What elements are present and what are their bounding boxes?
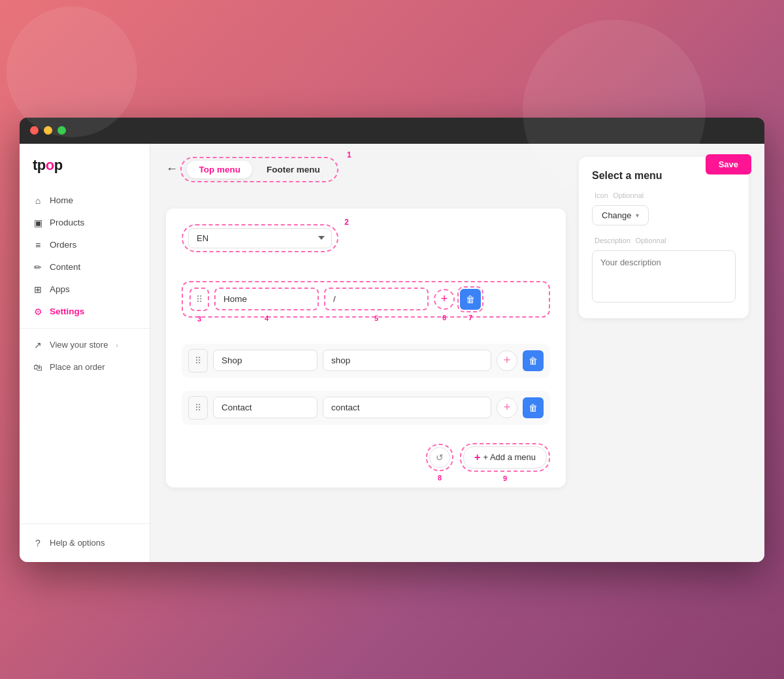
annotation-6: 6 [442, 314, 446, 322]
menu-label-input-shop[interactable] [213, 350, 318, 371]
logo-text: tpop [33, 157, 63, 174]
description-textarea[interactable] [592, 250, 736, 303]
sidebar-item-view-store-label: View your store [50, 340, 108, 350]
language-select[interactable]: EN FR DE ES [188, 228, 332, 248]
right-panel: Select a menu Icon Optionnal Change ▾ De… [579, 157, 749, 549]
app-window: tpop ⌂ Home ▣ Products ≡ Orders ✏ Conten… [20, 118, 764, 562]
sidebar-item-home[interactable]: ⌂ Home [20, 190, 150, 212]
lang-badge: 2 [344, 218, 349, 227]
reset-button[interactable]: ↺ [429, 447, 450, 468]
logo: tpop [20, 144, 150, 184]
sidebar-item-place-order-label: Place an order [50, 362, 105, 372]
annotation-5: 5 [374, 314, 378, 322]
sidebar-item-content-label: Content [50, 262, 80, 272]
apps-icon: ⊞ [33, 284, 43, 295]
tab-top-menu[interactable]: Top menu [187, 161, 252, 178]
sidebar-item-help-label: Help & options [50, 538, 105, 548]
minimize-button[interactable] [44, 126, 52, 135]
bag-icon: 🛍 [33, 362, 43, 373]
menu-rows: ⠿ 3 4 5 [182, 281, 550, 430]
annotation-7: 7 [468, 314, 472, 322]
menu-url-input-shop[interactable] [323, 350, 491, 371]
content-icon: ✏ [33, 262, 43, 273]
reset-badge: 8 [438, 474, 442, 482]
sidebar-item-orders-label: Orders [50, 240, 76, 250]
tabs-wrapper: Top menu Footer menu [180, 157, 338, 182]
menu-row-contact: ⠿ + 🗑 [182, 391, 550, 425]
sidebar: tpop ⌂ Home ▣ Products ≡ Orders ✏ Conten… [20, 144, 150, 562]
sidebar-item-home-label: Home [50, 195, 73, 205]
change-button[interactable]: Change ▾ [592, 205, 649, 225]
description-label: Description Optionnal [592, 236, 736, 245]
main-inner: ← Top menu Footer menu 1 [150, 144, 764, 562]
menu-label-input-contact[interactable] [213, 397, 318, 418]
add-menu-button[interactable]: + + Add a menu [463, 446, 547, 469]
bottom-actions: ↺ 8 + + Add a menu [182, 443, 550, 472]
menu-row-shop: ⠿ + 🗑 [182, 344, 550, 378]
menu-card: EN FR DE ES 2 [166, 208, 566, 488]
save-button-wrapper: Save [706, 154, 751, 174]
language-selector-wrapper: EN FR DE ES [182, 224, 338, 252]
add-submenu-button-contact[interactable]: + [497, 397, 517, 418]
delete-button-contact[interactable]: 🗑 [523, 397, 544, 418]
menu-url-input-home[interactable] [324, 288, 429, 310]
sidebar-item-help[interactable]: ? Help & options [20, 532, 150, 554]
delete-button-home[interactable]: 🗑 [460, 289, 481, 310]
drag-handle-shop[interactable]: ⠿ [188, 349, 208, 373]
sidebar-item-orders[interactable]: ≡ Orders [20, 234, 150, 256]
sidebar-item-settings[interactable]: ⚙ Settings [20, 301, 150, 323]
add-menu-label: + Add a menu [483, 452, 536, 462]
sidebar-bottom: ? Help & options [20, 523, 150, 562]
chevron-down-icon: ▾ [636, 212, 639, 219]
back-button[interactable]: ← [166, 162, 178, 176]
add-menu-wrapper-outer: + + Add a menu 9 [460, 443, 550, 472]
delete-button-shop[interactable]: 🗑 [523, 350, 544, 371]
add-submenu-button-home[interactable]: + [434, 289, 455, 310]
sidebar-item-products[interactable]: ▣ Products [20, 212, 150, 234]
menu-label-input-home[interactable] [214, 288, 319, 310]
sidebar-item-content[interactable]: ✏ Content [20, 256, 150, 278]
add-menu-badge: 9 [503, 474, 507, 482]
sidebar-item-apps[interactable]: ⊞ Apps [20, 278, 150, 301]
tab-footer-menu[interactable]: Footer menu [255, 161, 332, 178]
annotation-3: 3 [197, 315, 201, 323]
change-button-label: Change [602, 210, 632, 220]
sidebar-item-settings-label: Settings [50, 306, 84, 316]
sidebar-item-place-order[interactable]: 🛍 Place an order [20, 356, 150, 378]
home-icon: ⌂ [33, 195, 43, 206]
drag-handle-home[interactable]: ⠿ [189, 288, 209, 311]
annotation-4: 4 [265, 314, 269, 322]
drag-handle-contact[interactable]: ⠿ [188, 396, 208, 420]
products-icon: ▣ [33, 218, 43, 228]
icon-label: Icon Optionnal [592, 191, 736, 200]
sidebar-item-apps-label: Apps [50, 284, 70, 294]
external-icon: ↗ [33, 340, 43, 350]
sidebar-item-view-store[interactable]: ↗ View your store › [20, 334, 150, 356]
help-icon: ? [33, 538, 43, 548]
orders-icon: ≡ [33, 240, 43, 250]
save-button[interactable]: Save [706, 154, 751, 174]
add-submenu-button-shop[interactable]: + [497, 350, 517, 371]
settings-icon: ⚙ [33, 306, 43, 317]
close-button[interactable] [30, 126, 39, 135]
menu-url-input-contact[interactable] [323, 397, 491, 418]
main-content: Save ← Top menu Footer menu 1 [150, 144, 764, 562]
sidebar-item-products-label: Products [50, 218, 84, 227]
left-panel: ← Top menu Footer menu 1 [166, 157, 566, 549]
reset-wrapper: ↺ 8 [426, 444, 453, 471]
tabs-badge: 1 [347, 150, 351, 159]
nav-items: ⌂ Home ▣ Products ≡ Orders ✏ Content ⊞ [20, 184, 150, 523]
titlebar [20, 118, 764, 144]
app-body: tpop ⌂ Home ▣ Products ≡ Orders ✏ Conten… [20, 144, 764, 562]
traffic-lights [30, 126, 66, 135]
maximize-button[interactable] [57, 126, 66, 135]
select-menu-card: Select a menu Icon Optionnal Change ▾ De… [579, 157, 749, 318]
